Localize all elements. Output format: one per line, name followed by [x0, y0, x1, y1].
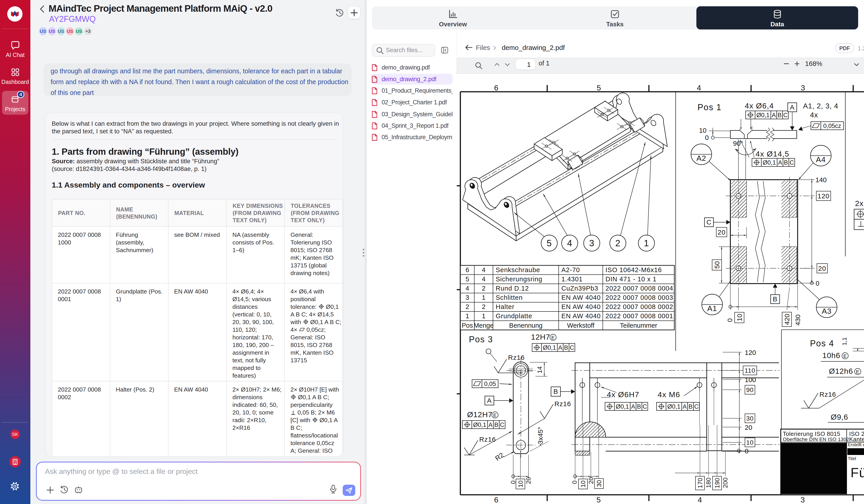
svg-text:A: A	[772, 112, 776, 119]
svg-text:0: 0	[705, 134, 709, 141]
svg-text:Ø12h6: Ø12h6	[829, 367, 853, 376]
svg-text:B: B	[773, 295, 777, 303]
svg-text:20: 20	[525, 477, 532, 484]
svg-text:180: 180	[705, 478, 712, 488]
svg-text:Sicherungsring: Sicherungsring	[496, 275, 542, 283]
svg-text:3: 3	[466, 294, 469, 301]
svg-text:3x45°: 3x45°	[537, 427, 544, 444]
svg-text:430: 430	[794, 315, 802, 325]
svg-text:Kanten: Kanten	[849, 436, 864, 443]
svg-text:90: 90	[746, 386, 754, 393]
svg-text:B: B	[564, 344, 568, 351]
svg-text:10: 10	[517, 480, 524, 487]
svg-text:0,05cz: 0,05cz	[823, 123, 841, 129]
svg-text:30: 30	[746, 415, 754, 422]
svg-text:1.4301: 1.4301	[561, 275, 583, 283]
svg-text:Grundplatte: Grundplatte	[496, 312, 532, 320]
svg-text:0,05: 0,05	[484, 381, 496, 387]
svg-text:4x: 4x	[810, 111, 818, 119]
svg-text:3: 3	[589, 238, 594, 248]
svg-text:4x Ø6,4: 4x Ø6,4	[745, 101, 774, 110]
svg-text:Rund D.12: Rund D.12	[496, 285, 529, 292]
svg-text:4x M6: 4x M6	[658, 390, 680, 399]
svg-text:A1: A1	[707, 304, 717, 312]
svg-text:Rz16: Rz16	[554, 400, 571, 407]
svg-text:CuZn39Pb3: CuZn39Pb3	[561, 285, 598, 292]
svg-text:140: 140	[815, 176, 827, 184]
svg-text:C: C	[500, 421, 504, 428]
svg-text:A: A	[778, 159, 782, 166]
svg-text:Titel: Titel	[848, 456, 856, 461]
svg-text:Rz16: Rz16	[479, 435, 496, 443]
svg-text:10: 10	[746, 439, 754, 446]
svg-text:4: 4	[698, 495, 702, 504]
svg-text:Rz16: Rz16	[508, 354, 525, 361]
svg-text:C: C	[790, 159, 794, 166]
svg-text:A1, 2, 3, 4: A1, 2, 3, 4	[803, 102, 838, 110]
svg-text:20: 20	[818, 265, 826, 272]
svg-text:B: B	[778, 112, 782, 119]
svg-text:2: 2	[482, 285, 485, 292]
svg-text:Ø0,1: Ø0,1	[763, 159, 776, 166]
svg-text:2: 2	[615, 238, 620, 248]
svg-text:A: A	[790, 103, 794, 111]
svg-text:Schlitten: Schlitten	[496, 294, 523, 301]
svg-text:3: 3	[801, 495, 805, 504]
svg-text:4x Ø14,5: 4x Ø14,5	[756, 150, 789, 158]
svg-text:B: B	[784, 159, 788, 166]
svg-text:2x: 2x	[855, 199, 864, 208]
svg-text:12H7: 12H7	[531, 333, 550, 341]
svg-text:2022 0007 0008 0002: 2022 0007 0008 0002	[605, 303, 673, 310]
svg-text:E: E	[493, 413, 497, 418]
svg-text:A4: A4	[816, 155, 826, 164]
svg-text:10: 10	[699, 127, 707, 134]
svg-text:3: 3	[801, 84, 805, 92]
svg-text:1: 1	[482, 294, 485, 301]
svg-text:Halter: Halter	[496, 303, 514, 310]
svg-text:C: C	[783, 112, 788, 119]
svg-text:Tolerierung ISO 8015: Tolerierung ISO 8015	[783, 430, 840, 437]
svg-text:Erstellt dur: Erstellt dur	[848, 442, 864, 447]
svg-text:170: 170	[697, 478, 704, 489]
svg-text:4: 4	[466, 285, 469, 292]
svg-text:2022 0007 0008 0003: 2022 0007 0008 0003	[605, 294, 673, 301]
svg-text:B: B	[637, 403, 641, 410]
svg-text:B: B	[553, 388, 558, 395]
svg-text:E: E	[551, 335, 555, 341]
svg-text:E: E	[843, 353, 847, 359]
svg-text:Werkstoff: Werkstoff	[567, 322, 595, 329]
svg-text:10: 10	[736, 314, 743, 321]
svg-text:A2: A2	[696, 154, 706, 162]
svg-text:1: 1	[466, 312, 469, 320]
svg-text:2022 0007 0008 0004: 2022 0007 0008 0004	[605, 285, 673, 292]
svg-text:C: C	[570, 344, 574, 351]
svg-text:Ø0,1: Ø0,1	[473, 421, 487, 428]
svg-text:30: 30	[596, 480, 602, 487]
svg-text:A2-70: A2-70	[561, 266, 580, 273]
svg-text:20: 20	[587, 477, 595, 484]
svg-text:ISO 10642-M6x16: ISO 10642-M6x16	[605, 266, 662, 273]
svg-text:1,1: 1,1	[841, 337, 848, 345]
svg-text:110: 110	[745, 367, 755, 374]
svg-text:DIN 471 - 10 x 1: DIN 471 - 10 x 1	[605, 275, 657, 283]
svg-text:B: B	[494, 421, 499, 428]
svg-text:2022 0007 0008 0001: 2022 0007 0008 0001	[605, 312, 673, 320]
svg-text:Menge: Menge	[473, 322, 494, 329]
svg-text:5: 5	[466, 275, 469, 283]
svg-text:200: 200	[722, 478, 729, 488]
svg-text:Ø12H7: Ø12H7	[467, 410, 493, 419]
svg-text:120: 120	[745, 349, 756, 356]
svg-text:B: B	[688, 403, 693, 410]
svg-text:1: 1	[482, 312, 485, 320]
svg-text:4: 4	[567, 238, 572, 248]
svg-text:Füh: Füh	[851, 465, 864, 480]
svg-text:6: 6	[494, 495, 499, 504]
svg-text:100: 100	[745, 376, 756, 383]
svg-text:Pos 4: Pos 4	[810, 339, 834, 348]
svg-text:0: 0	[726, 318, 733, 322]
svg-text:Oberfläche DIN EN ISO 1302: Oberfläche DIN EN ISO 1302	[783, 437, 849, 442]
svg-text:C: C	[707, 218, 712, 226]
svg-text:4: 4	[482, 266, 485, 273]
svg-text:Ø0,1: Ø0,1	[756, 112, 770, 119]
svg-text:Benennung: Benennung	[509, 322, 542, 329]
